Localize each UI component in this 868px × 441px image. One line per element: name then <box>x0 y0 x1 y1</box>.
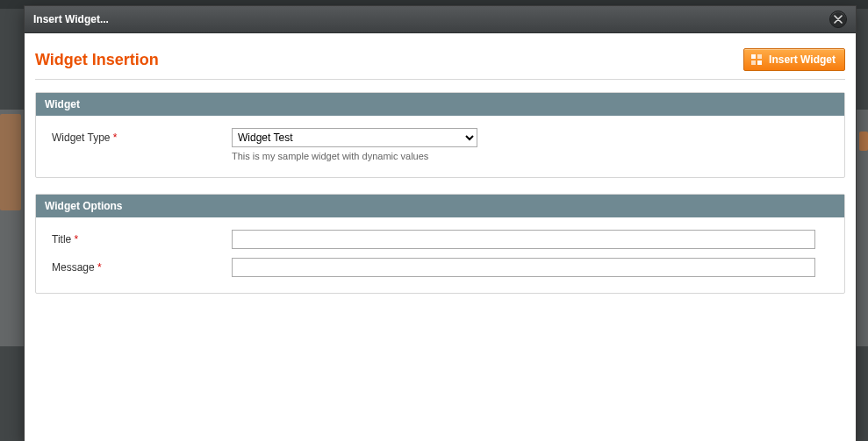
required-asterisk: * <box>113 132 118 144</box>
widget-type-hint: This is my sample widget with dynamic va… <box>232 151 829 161</box>
modal-header: Widget Insertion Insert Widget <box>35 44 845 75</box>
widget-type-label: Widget Type * <box>52 128 232 144</box>
widget-options-section-title: Widget Options <box>36 195 844 217</box>
insert-widget-button-label: Insert Widget <box>769 53 836 66</box>
insert-widget-modal: Insert Widget... Widget Insertion <box>24 5 857 441</box>
required-asterisk: * <box>97 261 102 274</box>
message-row: Message * <box>52 258 829 277</box>
widget-section-title: Widget <box>36 93 844 116</box>
close-icon <box>834 15 843 24</box>
widget-icon <box>750 53 764 67</box>
divider <box>35 79 845 80</box>
close-button[interactable] <box>829 11 847 28</box>
modal-title: Insert Widget... <box>33 13 109 25</box>
insert-widget-button[interactable]: Insert Widget <box>743 48 845 71</box>
svg-rect-2 <box>751 60 756 65</box>
title-row: Title * <box>52 230 829 249</box>
svg-rect-3 <box>757 60 762 65</box>
required-asterisk: * <box>75 233 79 245</box>
svg-rect-0 <box>751 54 756 59</box>
message-label: Message * <box>52 258 232 274</box>
page-title: Widget Insertion <box>35 51 159 69</box>
modal-titlebar: Insert Widget... <box>25 6 856 33</box>
title-input[interactable] <box>232 230 815 249</box>
widget-type-row: Widget Type * Widget Test This is my sam… <box>52 128 829 161</box>
message-input[interactable] <box>232 258 815 277</box>
widget-fieldset: Widget Widget Type * Widget Test This is… <box>35 92 845 178</box>
widget-type-select[interactable]: Widget Test <box>232 128 477 147</box>
title-label: Title * <box>52 230 232 245</box>
widget-options-fieldset: Widget Options Title * Message * <box>35 194 845 294</box>
svg-rect-1 <box>757 54 762 59</box>
